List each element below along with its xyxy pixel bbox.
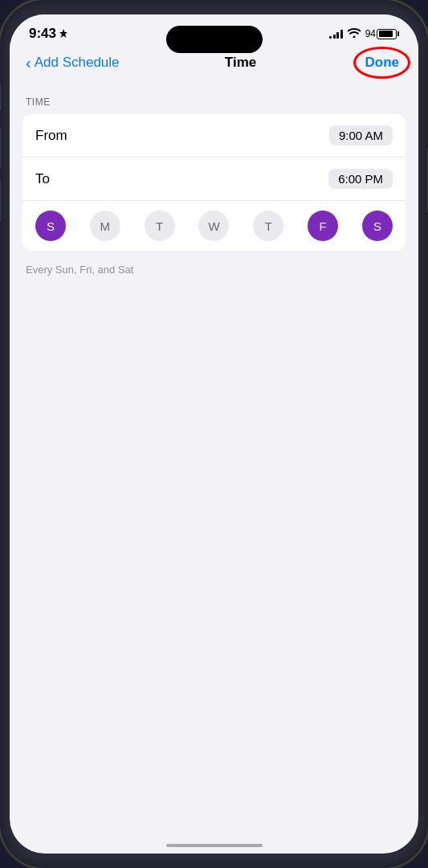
- back-label: Add Schedule: [35, 55, 120, 71]
- day-selector-row: S M T W T F S: [22, 200, 406, 251]
- phone-frame: 9:43: [0, 0, 428, 868]
- main-content: TIME From 9:00 AM To 6:00 PM S M T W: [10, 80, 418, 854]
- day-button-wednesday[interactable]: W: [198, 211, 229, 241]
- from-row[interactable]: From 9:00 AM: [22, 114, 406, 157]
- chevron-left-icon: ‹: [26, 55, 31, 71]
- from-value[interactable]: 9:00 AM: [329, 125, 393, 145]
- battery-percent: 94: [365, 28, 376, 39]
- dynamic-island: [166, 26, 263, 53]
- signal-bar-3: [336, 32, 339, 39]
- day-button-thursday[interactable]: T: [253, 211, 283, 241]
- location-icon: [59, 29, 67, 39]
- day-button-monday[interactable]: M: [90, 211, 120, 241]
- day-button-friday[interactable]: F: [308, 211, 338, 241]
- day-button-saturday[interactable]: S: [362, 211, 393, 241]
- status-icons: 94: [329, 28, 399, 40]
- signal-bar-2: [333, 35, 336, 39]
- done-button-highlight-ring: [353, 47, 410, 79]
- signal-bar-1: [329, 36, 332, 39]
- from-label: From: [35, 128, 67, 144]
- battery-icon: 94: [365, 28, 399, 39]
- schedule-description: Every Sun, Fri, and Sat: [22, 257, 406, 276]
- wifi-icon: [348, 28, 361, 40]
- signal-strength: [329, 29, 343, 39]
- to-value[interactable]: 6:00 PM: [328, 169, 393, 189]
- battery-cap: [397, 31, 399, 36]
- time-display: 9:43: [29, 26, 56, 42]
- volume-up-button: [0, 129, 1, 169]
- battery-body: [377, 29, 397, 39]
- volume-down-button: [0, 181, 1, 221]
- status-time: 9:43: [29, 26, 67, 42]
- to-row[interactable]: To 6:00 PM: [22, 157, 406, 200]
- day-button-sunday[interactable]: S: [35, 211, 66, 241]
- back-button[interactable]: ‹ Add Schedule: [26, 55, 120, 71]
- day-button-tuesday[interactable]: T: [145, 211, 175, 241]
- signal-bar-4: [340, 30, 343, 39]
- phone-screen: 9:43: [10, 14, 418, 854]
- page-title: Time: [225, 55, 256, 71]
- battery-fill: [379, 31, 393, 37]
- done-button-container: Done: [361, 53, 402, 72]
- time-card: From 9:00 AM To 6:00 PM S M T W T F S: [22, 114, 406, 251]
- silent-switch: [0, 84, 1, 110]
- to-label: To: [35, 171, 50, 187]
- home-indicator: [166, 844, 263, 847]
- section-label: TIME: [22, 96, 406, 108]
